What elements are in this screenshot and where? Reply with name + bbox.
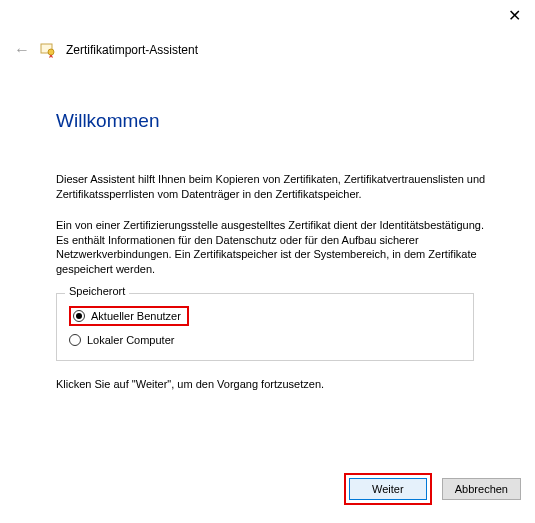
radio-local-computer-label: Lokaler Computer <box>87 334 174 346</box>
radio-icon <box>73 310 85 322</box>
wizard-title: Zertifikatimport-Assistent <box>66 43 198 57</box>
close-icon[interactable]: ✕ <box>508 8 521 24</box>
cancel-button[interactable]: Abbrechen <box>442 478 521 500</box>
next-button[interactable]: Weiter <box>349 478 427 500</box>
radio-icon <box>69 334 81 346</box>
intro-paragraph-2: Ein von einer Zertifizierungsstelle ausg… <box>56 218 495 277</box>
intro-paragraph-1: Dieser Assistent hilft Ihnen beim Kopier… <box>56 172 495 202</box>
svg-point-1 <box>48 49 54 55</box>
page-heading: Willkommen <box>56 110 495 132</box>
radio-dot-icon <box>76 313 82 319</box>
radio-local-computer[interactable]: Lokaler Computer <box>69 334 461 346</box>
wizard-content: Willkommen Dieser Assistent hilft Ihnen … <box>56 110 495 408</box>
back-arrow-icon[interactable]: ← <box>14 42 30 58</box>
wizard-footer: Weiter Abbrechen <box>344 473 521 505</box>
group-legend: Speicherort <box>65 285 129 297</box>
highlight-next-button: Weiter <box>344 473 432 505</box>
certificate-icon <box>40 42 56 58</box>
highlight-current-user: Aktueller Benutzer <box>69 306 189 326</box>
wizard-header: ← Zertifikatimport-Assistent <box>14 42 198 58</box>
radio-current-user[interactable]: Aktueller Benutzer <box>69 306 461 326</box>
radio-current-user-label: Aktueller Benutzer <box>91 310 181 322</box>
continue-hint: Klicken Sie auf "Weiter", um den Vorgang… <box>56 377 495 392</box>
store-location-group: Speicherort Aktueller Benutzer Lokaler C… <box>56 293 474 361</box>
